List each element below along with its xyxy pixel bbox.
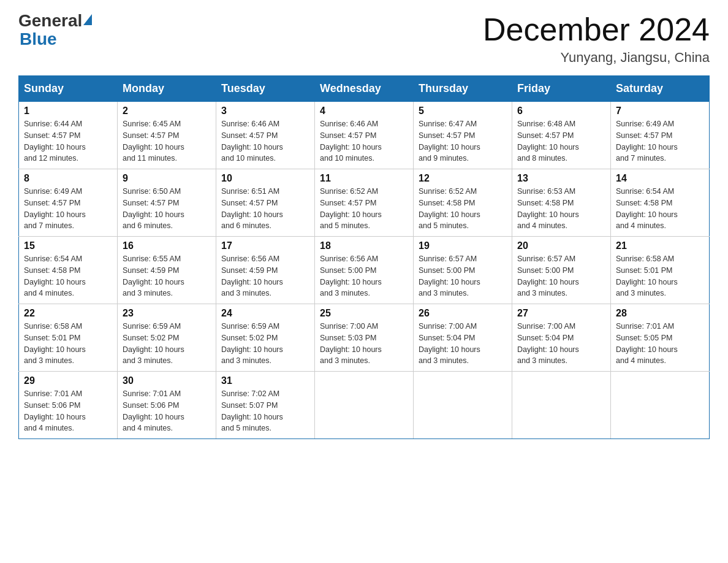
col-sunday: Sunday xyxy=(19,76,118,102)
day-info: Sunrise: 6:53 AMSunset: 4:58 PMDaylight:… xyxy=(517,186,605,232)
day-number: 26 xyxy=(419,308,507,319)
col-monday: Monday xyxy=(118,76,216,102)
calendar-subtitle: Yunyang, Jiangsu, China xyxy=(483,50,710,66)
calendar-title: December 2024 xyxy=(483,12,710,47)
col-wednesday: Wednesday xyxy=(315,76,414,102)
logo-general-text: General xyxy=(18,12,82,29)
day-number: 13 xyxy=(517,173,605,184)
table-row: 26Sunrise: 7:00 AMSunset: 5:04 PMDayligh… xyxy=(414,304,512,372)
day-number: 14 xyxy=(616,173,704,184)
day-info: Sunrise: 6:49 AMSunset: 4:57 PMDaylight:… xyxy=(616,118,704,164)
day-number: 9 xyxy=(123,173,211,184)
table-row xyxy=(414,372,512,439)
col-tuesday: Tuesday xyxy=(216,76,315,102)
table-row: 13Sunrise: 6:53 AMSunset: 4:58 PMDayligh… xyxy=(512,169,611,237)
table-row: 8Sunrise: 6:49 AMSunset: 4:57 PMDaylight… xyxy=(19,169,118,237)
week-row-3: 15Sunrise: 6:54 AMSunset: 4:58 PMDayligh… xyxy=(19,237,710,304)
week-row-2: 8Sunrise: 6:49 AMSunset: 4:57 PMDaylight… xyxy=(19,169,710,237)
table-row: 21Sunrise: 6:58 AMSunset: 5:01 PMDayligh… xyxy=(611,237,710,304)
table-row: 25Sunrise: 7:00 AMSunset: 5:03 PMDayligh… xyxy=(315,304,414,372)
day-info: Sunrise: 6:54 AMSunset: 4:58 PMDaylight:… xyxy=(616,186,704,232)
day-info: Sunrise: 7:01 AMSunset: 5:06 PMDaylight:… xyxy=(123,388,211,434)
day-number: 21 xyxy=(616,240,704,251)
day-number: 25 xyxy=(320,308,408,319)
day-number: 10 xyxy=(221,173,309,184)
day-number: 23 xyxy=(123,308,211,319)
day-info: Sunrise: 6:58 AMSunset: 5:01 PMDaylight:… xyxy=(24,321,112,367)
day-number: 29 xyxy=(24,375,112,386)
day-number: 5 xyxy=(419,105,507,117)
table-row xyxy=(315,372,414,439)
day-info: Sunrise: 6:48 AMSunset: 4:57 PMDaylight:… xyxy=(517,118,605,164)
day-info: Sunrise: 6:59 AMSunset: 5:02 PMDaylight:… xyxy=(123,321,211,367)
table-row: 24Sunrise: 6:59 AMSunset: 5:02 PMDayligh… xyxy=(216,304,315,372)
table-row: 9Sunrise: 6:50 AMSunset: 4:57 PMDaylight… xyxy=(118,169,216,237)
day-info: Sunrise: 7:01 AMSunset: 5:05 PMDaylight:… xyxy=(616,321,704,367)
table-row: 19Sunrise: 6:57 AMSunset: 5:00 PMDayligh… xyxy=(414,237,512,304)
day-number: 20 xyxy=(517,240,605,251)
day-info: Sunrise: 6:55 AMSunset: 4:59 PMDaylight:… xyxy=(123,253,211,299)
table-row: 28Sunrise: 7:01 AMSunset: 5:05 PMDayligh… xyxy=(611,304,710,372)
day-number: 22 xyxy=(24,308,112,319)
day-info: Sunrise: 6:56 AMSunset: 4:59 PMDaylight:… xyxy=(221,253,309,299)
day-number: 18 xyxy=(320,240,408,251)
logo-blue-text: Blue xyxy=(20,29,57,48)
day-info: Sunrise: 7:00 AMSunset: 5:04 PMDaylight:… xyxy=(419,321,507,367)
day-number: 6 xyxy=(517,105,605,117)
col-saturday: Saturday xyxy=(611,76,710,102)
day-number: 4 xyxy=(320,105,408,117)
day-info: Sunrise: 6:56 AMSunset: 5:00 PMDaylight:… xyxy=(320,253,408,299)
day-number: 19 xyxy=(419,240,507,251)
table-row: 17Sunrise: 6:56 AMSunset: 4:59 PMDayligh… xyxy=(216,237,315,304)
day-number: 2 xyxy=(123,105,211,117)
day-info: Sunrise: 6:52 AMSunset: 4:58 PMDaylight:… xyxy=(419,186,507,232)
day-number: 12 xyxy=(419,173,507,184)
table-row: 10Sunrise: 6:51 AMSunset: 4:57 PMDayligh… xyxy=(216,169,315,237)
day-number: 7 xyxy=(616,105,704,117)
header: General Blue December 2024 Yunyang, Jian… xyxy=(18,12,710,66)
day-info: Sunrise: 6:59 AMSunset: 5:02 PMDaylight:… xyxy=(221,321,309,367)
table-row: 6Sunrise: 6:48 AMSunset: 4:57 PMDaylight… xyxy=(512,102,611,169)
table-row: 18Sunrise: 6:56 AMSunset: 5:00 PMDayligh… xyxy=(315,237,414,304)
day-number: 30 xyxy=(123,375,211,386)
table-row: 22Sunrise: 6:58 AMSunset: 5:01 PMDayligh… xyxy=(19,304,118,372)
day-info: Sunrise: 6:46 AMSunset: 4:57 PMDaylight:… xyxy=(221,118,309,164)
table-row: 11Sunrise: 6:52 AMSunset: 4:57 PMDayligh… xyxy=(315,169,414,237)
table-row: 15Sunrise: 6:54 AMSunset: 4:58 PMDayligh… xyxy=(19,237,118,304)
table-row: 14Sunrise: 6:54 AMSunset: 4:58 PMDayligh… xyxy=(611,169,710,237)
calendar-table: Sunday Monday Tuesday Wednesday Thursday… xyxy=(18,75,710,439)
day-info: Sunrise: 6:49 AMSunset: 4:57 PMDaylight:… xyxy=(24,186,112,232)
table-row: 4Sunrise: 6:46 AMSunset: 4:57 PMDaylight… xyxy=(315,102,414,169)
table-row: 31Sunrise: 7:02 AMSunset: 5:07 PMDayligh… xyxy=(216,372,315,439)
day-info: Sunrise: 6:54 AMSunset: 4:58 PMDaylight:… xyxy=(24,253,112,299)
table-row: 30Sunrise: 7:01 AMSunset: 5:06 PMDayligh… xyxy=(118,372,216,439)
title-area: December 2024 Yunyang, Jiangsu, China xyxy=(483,12,710,66)
week-row-4: 22Sunrise: 6:58 AMSunset: 5:01 PMDayligh… xyxy=(19,304,710,372)
table-row: 1Sunrise: 6:44 AMSunset: 4:57 PMDaylight… xyxy=(19,102,118,169)
table-row: 20Sunrise: 6:57 AMSunset: 5:00 PMDayligh… xyxy=(512,237,611,304)
table-row xyxy=(512,372,611,439)
day-info: Sunrise: 7:00 AMSunset: 5:04 PMDaylight:… xyxy=(517,321,605,367)
day-info: Sunrise: 6:46 AMSunset: 4:57 PMDaylight:… xyxy=(320,118,408,164)
day-info: Sunrise: 6:44 AMSunset: 4:57 PMDaylight:… xyxy=(24,118,112,164)
day-number: 24 xyxy=(221,308,309,319)
table-row: 29Sunrise: 7:01 AMSunset: 5:06 PMDayligh… xyxy=(19,372,118,439)
day-info: Sunrise: 7:01 AMSunset: 5:06 PMDaylight:… xyxy=(24,388,112,434)
day-info: Sunrise: 7:00 AMSunset: 5:03 PMDaylight:… xyxy=(320,321,408,367)
day-number: 28 xyxy=(616,308,704,319)
day-number: 1 xyxy=(24,105,112,117)
table-row: 16Sunrise: 6:55 AMSunset: 4:59 PMDayligh… xyxy=(118,237,216,304)
logo-triangle-icon xyxy=(83,14,92,25)
day-info: Sunrise: 6:52 AMSunset: 4:57 PMDaylight:… xyxy=(320,186,408,232)
col-friday: Friday xyxy=(512,76,611,102)
day-number: 16 xyxy=(123,240,211,251)
col-thursday: Thursday xyxy=(414,76,512,102)
table-row: 12Sunrise: 6:52 AMSunset: 4:58 PMDayligh… xyxy=(414,169,512,237)
table-row: 2Sunrise: 6:45 AMSunset: 4:57 PMDaylight… xyxy=(118,102,216,169)
day-number: 11 xyxy=(320,173,408,184)
week-row-1: 1Sunrise: 6:44 AMSunset: 4:57 PMDaylight… xyxy=(19,102,710,169)
table-row: 3Sunrise: 6:46 AMSunset: 4:57 PMDaylight… xyxy=(216,102,315,169)
day-info: Sunrise: 6:50 AMSunset: 4:57 PMDaylight:… xyxy=(123,186,211,232)
day-info: Sunrise: 6:58 AMSunset: 5:01 PMDaylight:… xyxy=(616,253,704,299)
day-info: Sunrise: 6:45 AMSunset: 4:57 PMDaylight:… xyxy=(123,118,211,164)
